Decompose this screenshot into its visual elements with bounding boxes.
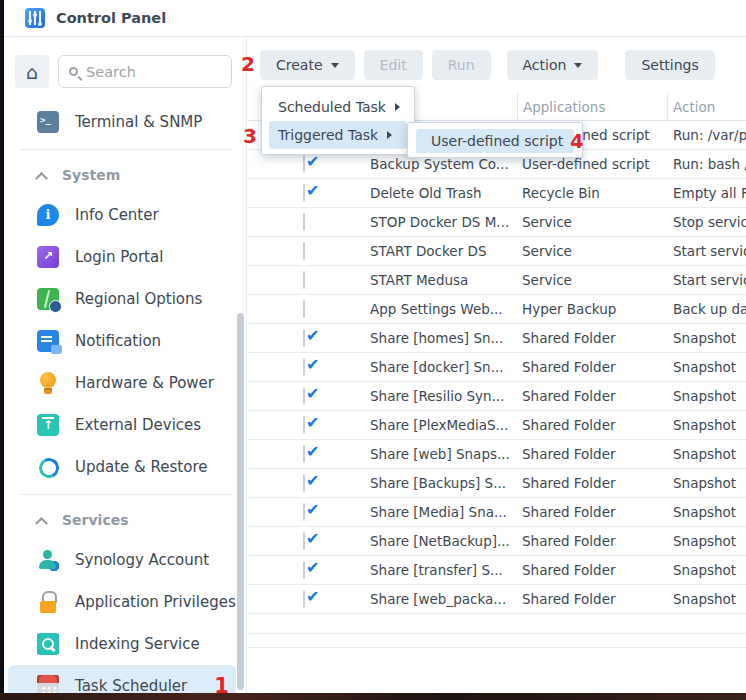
action-cell: Run: /var/p xyxy=(667,127,746,143)
home-button[interactable]: ⌂ xyxy=(15,55,49,88)
table-row[interactable]: Share [Media] Sna... Shared Folder Snaps… xyxy=(247,498,746,527)
enabled-checkbox[interactable] xyxy=(303,242,305,260)
task-table: Applications Action User-defined script … xyxy=(247,93,746,648)
sidebar-item-terminal-snmp[interactable]: Terminal & SNMP xyxy=(8,101,236,143)
applications-cell: Shared Folder xyxy=(517,533,667,549)
table-row[interactable]: Share [NetBackup]... Shared Folder Snaps… xyxy=(247,527,746,556)
action-cell: Snapshot xyxy=(667,591,746,607)
regional-options-icon xyxy=(37,288,59,310)
applications-cell: Hyper Backup xyxy=(517,301,667,317)
window-title: Control Panel xyxy=(56,10,166,26)
table-row[interactable]: START Docker DS Service Start servic xyxy=(247,237,746,266)
task-name-cell: STOP Docker DS M... xyxy=(323,214,517,230)
sidebar-item-regional-options[interactable]: Regional Options xyxy=(8,278,236,320)
menu-item-user-defined-script[interactable]: User-defined script 4 xyxy=(416,129,574,153)
settings-button[interactable]: Settings xyxy=(625,50,714,80)
applications-cell: Shared Folder xyxy=(517,475,667,491)
enabled-checkbox[interactable] xyxy=(303,590,305,608)
sidebar-item-update-restore[interactable]: Update & Restore xyxy=(8,446,236,488)
enabled-checkbox[interactable] xyxy=(303,358,305,376)
applications-cell: Recycle Bin xyxy=(517,185,667,201)
menu-item-scheduled-task[interactable]: Scheduled Task xyxy=(269,93,407,121)
table-row[interactable]: START Medusa Service Start servic xyxy=(247,266,746,295)
task-name-cell: START Docker DS xyxy=(323,243,517,259)
column-header-applications[interactable]: Applications xyxy=(517,93,667,120)
action-cell: Snapshot xyxy=(667,475,746,491)
create-button[interactable]: Create xyxy=(260,50,355,80)
table-row[interactable]: Share [web] Snaps... Shared Folder Snaps… xyxy=(247,440,746,469)
indexing-service-icon xyxy=(37,633,59,655)
action-cell: Snapshot xyxy=(667,446,746,462)
action-cell: Run: bash / xyxy=(667,156,746,172)
applications-cell: Service xyxy=(517,214,667,230)
sidebar-item-hardware-power[interactable]: Hardware & Power xyxy=(8,362,236,404)
search-box[interactable] xyxy=(58,55,232,88)
table-row[interactable]: STOP Docker DS M... Service Stop servic xyxy=(247,208,746,237)
action-cell: Snapshot xyxy=(667,417,746,433)
sidebar-section-header-services[interactable]: Services xyxy=(4,501,246,539)
enabled-checkbox[interactable] xyxy=(303,184,305,202)
task-name-cell: Share [transfer] S... xyxy=(323,562,517,578)
enabled-checkbox[interactable] xyxy=(303,271,305,289)
task-name-cell: Share [homes] Sn... xyxy=(323,330,517,346)
applications-cell: User-defined script xyxy=(517,156,667,172)
table-end-line xyxy=(247,647,746,648)
table-row[interactable]: Share [Backups] S... Shared Folder Snaps… xyxy=(247,469,746,498)
table-row[interactable]: Share [PlexMediaS... Shared Folder Snaps… xyxy=(247,411,746,440)
run-button[interactable]: Run xyxy=(432,50,491,80)
enabled-checkbox[interactable] xyxy=(303,300,305,318)
task-name-cell: Share [docker] Sn... xyxy=(323,359,517,375)
applications-cell: Service xyxy=(517,272,667,288)
control-panel-window: Control Panel ⌂ Terminal & SNMP System I… xyxy=(0,0,746,700)
task-name-cell: Share [PlexMediaS... xyxy=(323,417,517,433)
action-cell: Snapshot xyxy=(667,533,746,549)
sidebar-item-login-portal[interactable]: Login Portal xyxy=(8,236,236,278)
sidebar-item-info-center[interactable]: Info Center xyxy=(8,194,236,236)
toolbar: Create Edit Run Action Settings xyxy=(247,37,746,93)
table-row[interactable]: Delete Old Trash Recycle Bin Empty all R xyxy=(247,179,746,208)
table-row[interactable]: Share [web_packa... Shared Folder Snapsh… xyxy=(247,585,746,614)
sidebar-item-synology-account[interactable]: Synology Account xyxy=(8,539,236,581)
table-row[interactable]: App Settings Web... Hyper Backup Back up… xyxy=(247,295,746,324)
hardware-power-icon xyxy=(37,372,59,394)
edit-button[interactable]: Edit xyxy=(364,50,423,80)
chevron-down-icon xyxy=(574,63,582,68)
task-name-cell: Share [Backups] S... xyxy=(323,475,517,491)
search-input[interactable] xyxy=(86,64,206,80)
enabled-checkbox[interactable] xyxy=(303,474,305,492)
enabled-checkbox[interactable] xyxy=(303,445,305,463)
sidebar-item-application-privileges[interactable]: Application Privileges xyxy=(8,581,236,623)
enabled-checkbox[interactable] xyxy=(303,503,305,521)
enabled-checkbox[interactable] xyxy=(303,387,305,405)
column-header-action[interactable]: Action xyxy=(667,93,746,120)
enabled-checkbox[interactable] xyxy=(303,155,305,173)
sidebar-section-header-system[interactable]: System xyxy=(4,156,246,194)
applications-cell: Shared Folder xyxy=(517,330,667,346)
enabled-checkbox[interactable] xyxy=(303,213,305,231)
task-name-cell: Backup System Co... xyxy=(323,156,517,172)
notification-icon xyxy=(37,330,59,352)
menu-item-triggered-task[interactable]: Triggered Task xyxy=(269,121,407,149)
task-name-cell: Share [Media] Sna... xyxy=(323,504,517,520)
desktop-edge-bottom xyxy=(0,693,746,700)
enabled-checkbox[interactable] xyxy=(303,532,305,550)
sidebar-item-indexing-service[interactable]: Indexing Service xyxy=(8,623,236,665)
applications-cell: Shared Folder xyxy=(517,504,667,520)
table-row[interactable]: Share [homes] Sn... Shared Folder Snapsh… xyxy=(247,324,746,353)
table-row[interactable]: Share [transfer] S... Shared Folder Snap… xyxy=(247,556,746,585)
action-button[interactable]: Action xyxy=(507,50,599,80)
table-row[interactable]: Share [docker] Sn... Shared Folder Snaps… xyxy=(247,353,746,382)
sidebar-section-divider xyxy=(20,149,232,150)
sidebar-item-notification[interactable]: Notification xyxy=(8,320,236,362)
task-name-cell: Share [Resilio Syn... xyxy=(323,388,517,404)
applications-cell: Shared Folder xyxy=(517,388,667,404)
home-icon: ⌂ xyxy=(26,61,38,83)
enabled-checkbox[interactable] xyxy=(303,329,305,347)
sidebar-scrollbar[interactable] xyxy=(237,313,244,690)
login-portal-icon xyxy=(37,246,59,268)
enabled-checkbox[interactable] xyxy=(303,561,305,579)
enabled-checkbox[interactable] xyxy=(303,416,305,434)
table-row[interactable]: Share [Resilio Syn... Shared Folder Snap… xyxy=(247,382,746,411)
applications-cell: Service xyxy=(517,243,667,259)
sidebar-item-external-devices[interactable]: External Devices xyxy=(8,404,236,446)
